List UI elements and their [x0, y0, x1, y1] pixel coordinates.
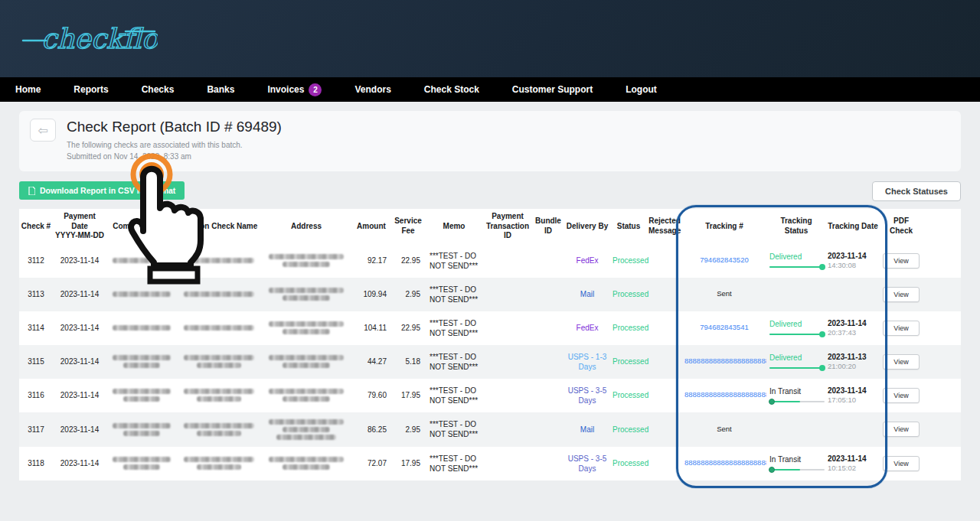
progress-dot [819, 264, 825, 270]
amount: 86.25 [351, 425, 391, 435]
nav-item-check-stock[interactable]: Check Stock [424, 84, 479, 95]
memo: ***TEST - DO NOT SEND*** [425, 352, 483, 372]
print-name-redacted [177, 323, 261, 333]
tracking-number[interactable]: 8888888888888888888888 [682, 357, 766, 366]
brand-header: checkflo [0, 0, 980, 77]
check-number: 3112 [19, 256, 53, 265]
table-row: 3115 2023-11-14 44.27 5.18 ***TEST - DO … [19, 345, 961, 379]
redacted-text [184, 423, 254, 428]
page-title: Check Report (Batch ID # 69489) [67, 119, 282, 135]
check-number: 3118 [19, 458, 53, 468]
column-header: Status [610, 219, 647, 235]
service-fee: 22.95 [391, 323, 425, 333]
redacted-text [283, 396, 331, 402]
print-name-redacted [177, 289, 261, 299]
print-name-redacted [177, 421, 261, 438]
tracking-time: 21:00:20 [828, 362, 877, 371]
nav-item-vendors[interactable]: Vendors [354, 84, 390, 95]
status: Processed [610, 458, 647, 468]
address-redacted [261, 252, 351, 269]
table-row: 3113 2023-11-14 109.94 2.95 ***TEST - DO… [19, 278, 961, 311]
download-csv-button[interactable]: Download Report in CSV file format [19, 181, 185, 200]
nav-item-banks[interactable]: Banks [207, 84, 234, 95]
nav-item-checks[interactable]: Checks [142, 84, 175, 95]
print-name-redacted [177, 256, 261, 265]
redacted-text [184, 355, 254, 360]
tracking-date: 2023-11-14 [828, 251, 877, 261]
address-redacted [261, 319, 351, 337]
check-statuses-button[interactable]: Check Statuses [872, 181, 961, 201]
nav-item-customer-support[interactable]: Customer Support [512, 84, 593, 95]
payment-date: 2023-11-14 [53, 425, 106, 435]
nav-item-invoices[interactable]: Invoices2 [267, 83, 322, 96]
tracking-status-label: Delivered [766, 353, 826, 363]
progress-dot [819, 365, 825, 371]
nav-item-reports[interactable]: Reports [74, 84, 108, 95]
redacted-text [283, 427, 331, 432]
service-fee: 17.95 [391, 390, 425, 400]
column-header: Tracking Date [826, 219, 880, 235]
main-nav: HomeReportsChecksBanksInvoices2VendorsCh… [0, 77, 980, 102]
print-name-redacted [177, 386, 261, 404]
address-redacted [261, 454, 351, 472]
redacted-text [283, 363, 331, 368]
redacted-text [269, 288, 345, 293]
progress-dot [819, 331, 825, 337]
redacted-text [269, 419, 345, 425]
column-header: Tracking Status [766, 213, 826, 239]
redacted-text [276, 435, 336, 440]
nav-item-logout[interactable]: Logout [626, 84, 657, 95]
nav-item-label: Home [15, 84, 41, 95]
delivery-by: USPS - 3-5 Days [564, 386, 610, 405]
memo: ***TEST - DO NOT SEND*** [425, 251, 483, 271]
column-header: Bundle ID [532, 213, 564, 239]
back-arrow-icon: ⇦ [38, 123, 47, 138]
tracking-progress-bar [769, 467, 825, 473]
column-header: Check # [19, 219, 53, 235]
view-pdf-button[interactable]: View [883, 321, 919, 336]
back-button[interactable]: ⇦ [30, 119, 56, 142]
redacted-text [113, 389, 171, 394]
view-pdf-button[interactable]: View [883, 456, 919, 471]
tracking-number[interactable]: 8888888888888888888888 [682, 390, 766, 399]
tracking-number[interactable]: 794682843520 [682, 256, 766, 265]
status: Processed [610, 357, 647, 366]
tracking-progress-bar [769, 365, 825, 371]
tracking-status-label: Delivered [766, 252, 826, 262]
view-pdf-button[interactable]: View [883, 422, 919, 437]
service-fee: 5.18 [391, 357, 425, 366]
payment-date: 2023-11-14 [53, 357, 106, 366]
redacted-text [197, 396, 241, 402]
view-pdf-button[interactable]: View [883, 354, 919, 370]
service-fee: 17.95 [391, 458, 425, 468]
redacted-text [113, 423, 171, 428]
amount: 44.27 [351, 357, 391, 366]
address-redacted [261, 386, 351, 404]
tracking-number[interactable]: 794682843541 [682, 323, 766, 332]
company-redacted [106, 323, 177, 333]
tracking-date: 2023-11-14 [828, 454, 877, 464]
view-pdf-button[interactable]: View [883, 287, 919, 302]
table-row: 3116 2023-11-14 79.60 17.95 ***TEST - DO… [19, 379, 961, 412]
view-pdf-button[interactable]: View [883, 388, 919, 403]
tracking-date: 2023-11-14 [828, 318, 877, 328]
nav-item-label: Checks [142, 84, 175, 95]
nav-item-label: Banks [207, 84, 234, 95]
view-pdf-button[interactable]: View [883, 253, 919, 269]
tracking-number[interactable]: 8888888888888888888888 [682, 458, 766, 467]
amount: 104.11 [351, 323, 391, 333]
redacted-text [123, 363, 160, 368]
column-header: Amount [351, 219, 391, 235]
redacted-text [184, 389, 254, 394]
check-number: 3116 [19, 390, 53, 400]
tracking-time: 20:37:43 [828, 328, 877, 337]
table-body: 3112 2023-11-14 92.17 22.95 ***TEST - DO… [19, 244, 961, 480]
redacted-text [269, 321, 345, 327]
print-name-redacted [177, 454, 261, 472]
status: Processed [610, 390, 647, 400]
column-header: Payment Transaction ID [483, 209, 532, 244]
payment-date: 2023-11-14 [53, 289, 106, 299]
tracking-status-label: In Transit [766, 454, 826, 464]
payment-date: 2023-11-14 [53, 390, 106, 400]
nav-item-home[interactable]: Home [15, 84, 41, 95]
